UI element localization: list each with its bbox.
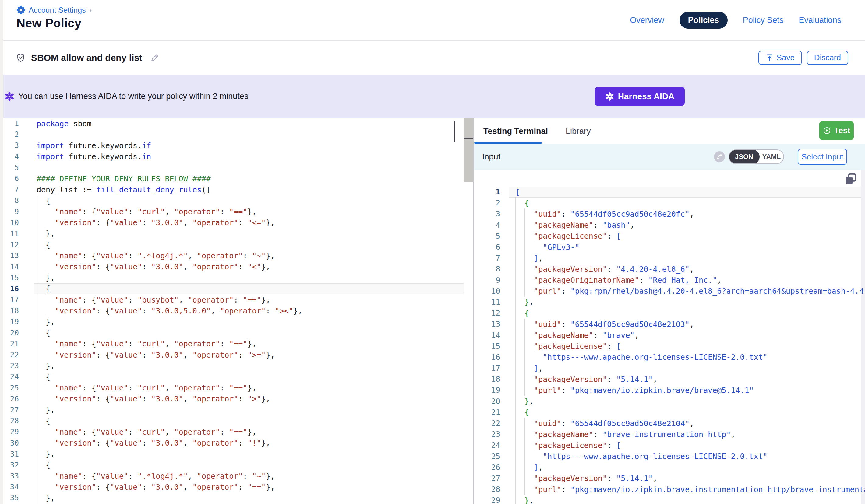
code-line[interactable]: 20 { bbox=[0, 327, 473, 338]
json-line[interactable]: 2 { bbox=[474, 198, 865, 209]
json-line[interactable]: 11 }, bbox=[474, 297, 865, 308]
tab-library[interactable]: Library bbox=[566, 127, 591, 136]
tab-overview[interactable]: Overview bbox=[630, 15, 664, 25]
policy-code-editor[interactable]: 1package sbom23import future.keywords.if… bbox=[0, 118, 473, 504]
json-line[interactable]: 5 "packageLicense": [ bbox=[474, 231, 865, 242]
code-text: "packageOriginatorName": "Red Hat, Inc."… bbox=[509, 276, 722, 284]
code-line[interactable]: 32 { bbox=[0, 459, 473, 470]
code-line[interactable]: 34 "version": {"value": "3.0.0", "operat… bbox=[0, 481, 473, 492]
code-line[interactable]: 9 "name": {"value": "curl", "operator": … bbox=[0, 206, 473, 217]
code-line[interactable]: 6#### DEFINE YOUR DENY RULES BELOW #### bbox=[0, 173, 473, 184]
json-line[interactable]: 1[ bbox=[474, 187, 865, 198]
harness-aida-button[interactable]: Harness AIDA bbox=[595, 87, 685, 106]
format-toggle[interactable]: JSON YAML bbox=[728, 150, 784, 164]
code-line[interactable]: 14 "version": {"value": "3.0.0", "operat… bbox=[0, 261, 473, 272]
code-line[interactable]: 35 }, bbox=[0, 492, 473, 503]
code-line[interactable]: 15 }, bbox=[0, 272, 473, 283]
input-json-lines: 1[2 {3 "uuid": "65544df05cc9ad50c48e20fc… bbox=[474, 187, 865, 504]
code-line[interactable]: 24 { bbox=[0, 371, 473, 382]
code-line[interactable]: 30 "version": {"value": "3.0.0", "operat… bbox=[0, 437, 473, 448]
json-line[interactable]: 27 "packageVersion": "5.14.1", bbox=[474, 473, 865, 484]
code-text: "packageLicense": [ bbox=[509, 342, 621, 351]
code-line[interactable]: 4import future.keywords.in bbox=[0, 151, 473, 162]
json-line[interactable]: 16 "https---www.apache.org-licenses-LICE… bbox=[474, 352, 865, 363]
json-line[interactable]: 4 "packageName": "bash", bbox=[474, 220, 865, 231]
code-text: }, bbox=[34, 494, 55, 503]
line-number: 29 bbox=[474, 496, 509, 504]
code-line[interactable]: 3import future.keywords.if bbox=[0, 140, 473, 151]
input-label: Input bbox=[482, 144, 500, 170]
format-toggle-yaml[interactable]: YAML bbox=[760, 150, 783, 163]
code-line[interactable]: 28 { bbox=[0, 415, 473, 426]
code-line[interactable]: 7deny_list := fill_default_deny_rules([ bbox=[0, 184, 473, 195]
tab-testing-terminal[interactable]: Testing Terminal bbox=[483, 127, 548, 136]
input-json-editor[interactable]: 1[2 {3 "uuid": "65544df05cc9ad50c48e20fc… bbox=[474, 170, 865, 504]
code-line[interactable]: 12 { bbox=[0, 239, 473, 250]
format-toggle-json[interactable]: JSON bbox=[728, 150, 760, 164]
json-line[interactable]: 25 "https---www.apache.org-licenses-LICE… bbox=[474, 451, 865, 462]
test-button[interactable]: Test bbox=[819, 121, 854, 140]
code-line[interactable]: 10 "version": {"value": "3.0.0", "operat… bbox=[0, 217, 473, 228]
code-line[interactable]: 18 "version": {"value": "3.0.0,5.0.0", "… bbox=[0, 305, 473, 316]
code-line[interactable]: 16 { bbox=[0, 283, 473, 294]
save-button[interactable]: Save bbox=[758, 51, 802, 65]
line-number: 13 bbox=[474, 320, 509, 328]
code-line[interactable]: 8 { bbox=[0, 195, 473, 206]
json-line[interactable]: 10 "purl": "pkg:rpm/rhel/bash@4.4.20-4.e… bbox=[474, 286, 865, 297]
json-line[interactable]: 28 "purl": "pkg:maven/io.zipkin.brave.in… bbox=[474, 484, 865, 495]
code-line[interactable]: 1package sbom bbox=[0, 118, 473, 129]
json-line[interactable]: 21 { bbox=[474, 407, 865, 418]
code-line[interactable]: 29 "name": {"value": "curl", "operator":… bbox=[0, 426, 473, 437]
code-line[interactable]: 26 "version": {"value": "3.0.0", "operat… bbox=[0, 394, 473, 405]
code-line[interactable]: 23 }, bbox=[0, 360, 473, 371]
json-line[interactable]: 17 ], bbox=[474, 363, 865, 374]
json-line[interactable]: 8 "packageVersion": "4.4.20-4.el8_6", bbox=[474, 263, 865, 274]
code-line[interactable]: 25 "name": {"value": "curl", "operator":… bbox=[0, 383, 473, 394]
select-input-button[interactable]: Select Input bbox=[798, 149, 847, 165]
panel-resize-handle[interactable] bbox=[453, 121, 455, 142]
json-line[interactable]: 23 "packageName": "brave-instrumentation… bbox=[474, 429, 865, 440]
code-line[interactable]: 5 bbox=[0, 162, 473, 173]
json-line[interactable]: 14 "packageName": "brave", bbox=[474, 330, 865, 341]
line-number: 27 bbox=[474, 474, 509, 483]
current-line-highlight bbox=[509, 187, 861, 198]
editor-scrollbar-thumb[interactable] bbox=[464, 118, 473, 182]
code-line[interactable]: 21 "name": {"value": "curl", "operator":… bbox=[0, 338, 473, 349]
tab-policies[interactable]: Policies bbox=[680, 12, 728, 28]
json-line[interactable]: 3 "uuid": "65544df05cc9ad50c48e20fc", bbox=[474, 209, 865, 220]
code-line[interactable]: 33 "name": {"value": ".*log4j.*", "opera… bbox=[0, 470, 473, 481]
panel-divider[interactable] bbox=[473, 118, 474, 504]
code-text: }, bbox=[509, 496, 534, 504]
code-line[interactable]: 17 "name": {"value": "busybot", "operato… bbox=[0, 294, 473, 305]
edit-pencil-icon[interactable] bbox=[150, 53, 159, 62]
code-line[interactable]: 2 bbox=[0, 129, 473, 140]
copy-icon[interactable] bbox=[844, 172, 858, 186]
json-line[interactable]: 7 ], bbox=[474, 253, 865, 263]
json-line[interactable]: 24 "packageLicense": [ bbox=[474, 440, 865, 451]
code-line[interactable]: 19 }, bbox=[0, 316, 473, 327]
json-line[interactable]: 22 "uuid": "65544df05cc9ad50c48e2104", bbox=[474, 418, 865, 429]
discard-button[interactable]: Discard bbox=[807, 51, 848, 65]
json-line[interactable]: 9 "packageOriginatorName": "Red Hat, Inc… bbox=[474, 275, 865, 286]
tab-evaluations[interactable]: Evaluations bbox=[799, 15, 841, 25]
json-line[interactable]: 12 { bbox=[474, 308, 865, 319]
json-line[interactable]: 13 "uuid": "65544df05cc9ad50c48e2103", bbox=[474, 319, 865, 330]
branch-icon[interactable] bbox=[714, 151, 725, 162]
json-scrollbar-track[interactable] bbox=[861, 170, 865, 504]
code-line[interactable]: 13 "name": {"value": ".*log4j.*", "opera… bbox=[0, 250, 473, 261]
code-line[interactable]: 31 }, bbox=[0, 449, 473, 459]
json-line[interactable]: 19 "purl": "pkg:maven/io.zipkin.brave/br… bbox=[474, 385, 865, 396]
code-text: { bbox=[509, 199, 529, 208]
code-line[interactable]: 27 }, bbox=[0, 405, 473, 415]
json-line[interactable]: 15 "packageLicense": [ bbox=[474, 341, 865, 352]
json-line[interactable]: 29 }, bbox=[474, 495, 865, 504]
json-line[interactable]: 26 ], bbox=[474, 462, 865, 473]
breadcrumb-link-account-settings[interactable]: Account Settings bbox=[28, 6, 86, 15]
json-line[interactable]: 18 "packageVersion": "5.14.1", bbox=[474, 374, 865, 385]
json-line[interactable]: 6 "GPLv3-" bbox=[474, 242, 865, 253]
json-line[interactable]: 20 }, bbox=[474, 396, 865, 407]
tab-policy-sets[interactable]: Policy Sets bbox=[743, 15, 784, 25]
code-line[interactable]: 22 "version": {"value": "3.0.0", "operat… bbox=[0, 349, 473, 360]
aida-sparkle-icon bbox=[605, 92, 614, 101]
code-line[interactable]: 11 }, bbox=[0, 228, 473, 239]
